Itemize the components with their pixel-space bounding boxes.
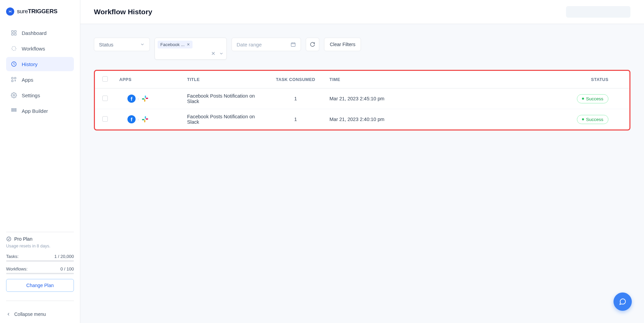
status-filter[interactable]: Status bbox=[94, 38, 150, 51]
topbar: Workflow History bbox=[80, 0, 644, 24]
col-time: TIME bbox=[329, 77, 421, 82]
chevron-down-icon[interactable] bbox=[219, 51, 224, 56]
svg-rect-17 bbox=[291, 43, 295, 46]
date-range-filter[interactable]: Date range bbox=[232, 38, 301, 51]
col-title: TITLE bbox=[187, 77, 262, 82]
workflow-filter[interactable]: Facebook ... ✕ ✕ bbox=[155, 38, 227, 60]
row-title: Facebook Posts Notification on Slack bbox=[187, 114, 262, 125]
table-row[interactable]: f › Facebook Posts Notification on Slack… bbox=[95, 88, 629, 109]
svg-rect-19 bbox=[142, 98, 144, 100]
svg-rect-11 bbox=[14, 108, 15, 109]
apps-icon bbox=[11, 77, 17, 83]
chat-icon bbox=[619, 298, 626, 305]
page-title: Workflow History bbox=[94, 8, 152, 16]
main: Workflow History Status Facebook ... ✕ bbox=[80, 0, 644, 323]
col-task: TASK CONSUMED bbox=[262, 77, 329, 82]
sidebar-item-label: Dashboard bbox=[22, 30, 46, 36]
status-text: Success bbox=[586, 117, 603, 122]
svg-rect-13 bbox=[12, 110, 13, 112]
refresh-button[interactable] bbox=[306, 38, 319, 51]
row-task: 1 bbox=[262, 96, 329, 101]
status-text: Success bbox=[586, 96, 603, 101]
sidebar-item-label: Settings bbox=[22, 93, 40, 98]
divider bbox=[6, 232, 74, 232]
tasks-value: 1 / 20,000 bbox=[54, 254, 74, 259]
svg-rect-2 bbox=[12, 34, 13, 35]
row-time: Mar 21, 2023 2:40:10 pm bbox=[329, 117, 421, 122]
plan-name: Pro Plan bbox=[14, 236, 33, 242]
plan-block: Pro Plan Usage resets in 8 days. Tasks: … bbox=[0, 236, 80, 297]
status-label: Status bbox=[99, 42, 114, 47]
workflow-icon bbox=[11, 45, 17, 52]
svg-rect-25 bbox=[146, 118, 148, 120]
svg-rect-8 bbox=[12, 80, 13, 82]
grid-icon bbox=[11, 30, 17, 36]
clear-filters-button[interactable]: Clear Filters bbox=[324, 38, 361, 51]
sidebar-item-workflows[interactable]: Workflows bbox=[6, 41, 74, 56]
plan-name-row: Pro Plan bbox=[6, 236, 74, 242]
dot-icon bbox=[582, 98, 584, 100]
plan-reset-text: Usage resets in 8 days. bbox=[6, 244, 74, 248]
facebook-icon: f bbox=[127, 115, 136, 123]
facebook-icon: f bbox=[127, 95, 136, 103]
svg-rect-23 bbox=[142, 119, 144, 120]
history-table: APPS TITLE TASK CONSUMED TIME STATUS f › bbox=[94, 70, 630, 130]
status-badge: Success bbox=[577, 94, 608, 103]
row-checkbox[interactable] bbox=[102, 96, 108, 101]
collapse-menu-button[interactable]: Collapse menu bbox=[0, 305, 80, 323]
svg-rect-3 bbox=[15, 34, 16, 35]
svg-rect-1 bbox=[15, 31, 16, 32]
brand-name: sureTRIGGERS bbox=[17, 8, 57, 15]
svg-rect-22 bbox=[145, 116, 146, 119]
sidebar-nav: Dashboard Workflows History Apps Setting… bbox=[0, 23, 80, 228]
sidebar-item-dashboard[interactable]: Dashboard bbox=[6, 26, 74, 40]
workflows-bar bbox=[6, 273, 74, 274]
change-plan-button[interactable]: Change Plan bbox=[6, 279, 74, 292]
chevron-left-icon bbox=[6, 312, 11, 317]
svg-rect-6 bbox=[12, 77, 13, 79]
svg-rect-15 bbox=[15, 110, 16, 112]
sidebar-item-history[interactable]: History bbox=[6, 57, 74, 71]
sidebar-item-settings[interactable]: Settings bbox=[6, 88, 74, 102]
table-row[interactable]: f › Facebook Posts Notification on Slack… bbox=[95, 109, 629, 129]
chip-label: Facebook ... bbox=[160, 42, 185, 47]
gear-icon bbox=[11, 92, 17, 98]
row-task: 1 bbox=[262, 117, 329, 122]
collapse-label: Collapse menu bbox=[14, 311, 46, 317]
chip-remove-button[interactable]: ✕ bbox=[187, 42, 190, 47]
sidebar-item-apps[interactable]: Apps bbox=[6, 73, 74, 87]
svg-rect-18 bbox=[145, 96, 146, 98]
filter-chip: Facebook ... ✕ bbox=[158, 41, 193, 48]
content: Status Facebook ... ✕ ✕ bbox=[80, 24, 644, 144]
slack-icon bbox=[141, 115, 149, 123]
svg-rect-21 bbox=[146, 98, 148, 99]
svg-rect-10 bbox=[12, 108, 13, 109]
builder-icon bbox=[11, 108, 17, 114]
row-checkbox[interactable] bbox=[102, 116, 108, 122]
refresh-icon bbox=[310, 42, 315, 47]
status-badge: Success bbox=[577, 115, 608, 124]
svg-point-9 bbox=[13, 95, 15, 96]
workflows-label: Workflows: bbox=[6, 266, 27, 271]
chevron-down-icon bbox=[140, 42, 145, 47]
brand-icon bbox=[6, 7, 14, 16]
row-title: Facebook Posts Notification on Slack bbox=[187, 93, 262, 104]
table-header: APPS TITLE TASK CONSUMED TIME STATUS bbox=[95, 71, 629, 88]
svg-rect-24 bbox=[144, 120, 145, 122]
svg-rect-12 bbox=[15, 108, 16, 109]
calendar-icon bbox=[290, 42, 296, 47]
dot-icon bbox=[582, 118, 584, 120]
row-time: Mar 21, 2023 2:45:10 pm bbox=[329, 96, 421, 101]
brand-logo[interactable]: sureTRIGGERS bbox=[0, 0, 80, 23]
filters-row: Status Facebook ... ✕ ✕ bbox=[94, 38, 630, 60]
svg-rect-14 bbox=[14, 110, 15, 112]
topbar-placeholder bbox=[566, 6, 630, 18]
sidebar-item-label: App Builder bbox=[22, 108, 48, 114]
chevron-right-icon: › bbox=[138, 117, 139, 121]
clear-multi-button[interactable]: ✕ bbox=[211, 51, 216, 57]
select-all-checkbox[interactable] bbox=[102, 76, 108, 82]
chevron-right-icon: › bbox=[138, 97, 139, 101]
col-apps: APPS bbox=[119, 77, 187, 82]
sidebar-item-app-builder[interactable]: App Builder bbox=[6, 104, 74, 118]
help-button[interactable] bbox=[613, 292, 632, 311]
